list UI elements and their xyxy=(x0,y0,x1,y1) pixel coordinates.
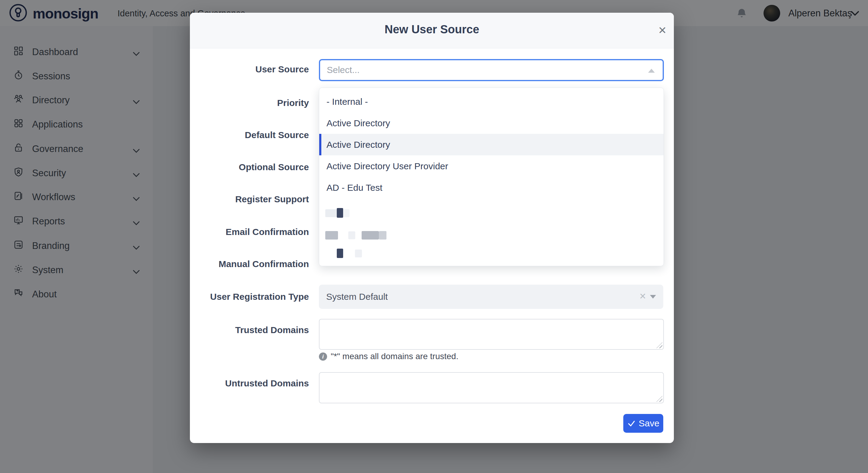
caret-up-icon xyxy=(648,69,655,73)
dropdown-option-ad-edu-test[interactable]: AD - Edu Test xyxy=(319,177,663,198)
user-registration-type-select[interactable]: System Default ✕ xyxy=(319,285,663,309)
manual-confirmation-label: Manual Confirmation xyxy=(190,259,309,269)
register-support-label: Register Support xyxy=(190,194,309,204)
hint-text: "*" means all domains are trusted. xyxy=(331,352,458,361)
priority-label: Priority xyxy=(190,98,309,108)
check-icon xyxy=(627,419,636,428)
optional-source-label: Optional Source xyxy=(190,162,309,172)
dropdown-option-active-directory-highlighted[interactable]: Active Directory xyxy=(319,134,663,155)
dropdown-option-ad-user-provider[interactable]: Active Directory User Provider xyxy=(319,155,663,177)
new-user-source-modal: New User Source ✕ User Source Priority D… xyxy=(190,13,674,443)
save-button[interactable]: Save xyxy=(623,414,663,433)
user-source-label: User Source xyxy=(190,64,309,74)
user-source-select[interactable]: Select... xyxy=(319,59,664,81)
email-confirmation-label: Email Confirmation xyxy=(190,227,309,237)
user-registration-type-label: User Registration Type xyxy=(190,292,309,302)
untrusted-domains-label: Untrusted Domains xyxy=(190,378,309,388)
modal-header: New User Source ✕ xyxy=(190,13,674,49)
save-label: Save xyxy=(639,418,659,429)
select-placeholder: Select... xyxy=(327,65,360,75)
trusted-domains-hint: i "*" means all domains are trusted. xyxy=(319,352,458,361)
trusted-domains-label: Trusted Domains xyxy=(190,325,309,335)
caret-down-icon xyxy=(650,295,656,298)
modal-title: New User Source xyxy=(190,23,674,36)
clear-icon[interactable]: ✕ xyxy=(639,291,646,301)
user-registration-type-value: System Default xyxy=(326,292,388,302)
trusted-domains-textarea[interactable] xyxy=(319,319,664,350)
info-icon: i xyxy=(319,352,327,361)
default-source-label: Default Source xyxy=(190,130,309,140)
app-root: monosign Identity, Access and Governance… xyxy=(0,0,868,473)
untrusted-domains-textarea[interactable] xyxy=(319,372,664,403)
user-source-dropdown: - Internal - Active Directory Active Dir… xyxy=(319,88,664,266)
dropdown-option-active-directory[interactable]: Active Directory xyxy=(319,112,663,134)
dropdown-option-internal[interactable]: - Internal - xyxy=(319,91,663,112)
close-icon[interactable]: ✕ xyxy=(656,24,669,37)
